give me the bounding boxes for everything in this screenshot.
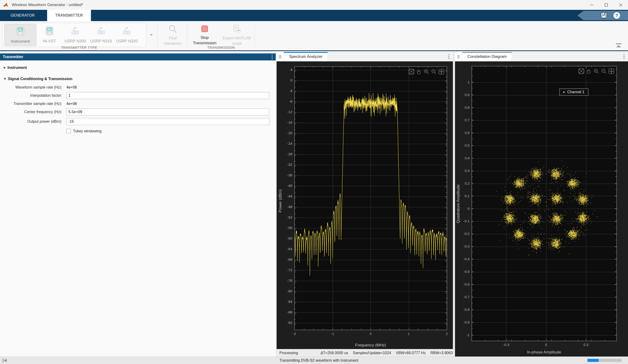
- value-waveform-sample-rate-hz: 4e+06: [66, 85, 77, 89]
- transmitter-type-label: USRP N320: [116, 39, 138, 44]
- input-center-frequency-hz[interactable]: [66, 109, 269, 116]
- tab-spectrum-analyzer[interactable]: Spectrum Analyzer: [284, 52, 328, 61]
- panel-drag-handle-icon[interactable]: [455, 52, 462, 61]
- field-label: Transmitter sample rate (Hz):: [0, 102, 62, 106]
- zoom-in-icon[interactable]: [593, 68, 599, 74]
- input-output-power-dbm[interactable]: [66, 118, 269, 125]
- export-matlab-script-button: Export MATLAB script: [222, 23, 252, 47]
- fit-to-view-icon[interactable]: [408, 68, 414, 75]
- tukey-windowing-checkbox-row: Tukey windowing: [66, 129, 276, 133]
- usrp-icon: [121, 26, 132, 38]
- transmitter-type-group-label: TRANSMITTER TYPE: [3, 46, 155, 50]
- panel-divider[interactable]: [453, 52, 455, 357]
- window-title: Wireless Waveform Generator - untitled*: [12, 2, 83, 7]
- legend-label-channel1: Channel 1: [567, 90, 584, 94]
- spectrum-ylabel: Power (dBm): [278, 66, 283, 335]
- constellation-panel: Constellation Diagram Quadrature Amplitu…: [455, 52, 628, 357]
- minimize-button[interactable]: [584, 0, 599, 10]
- transmitter-type-label: NI-VST: [43, 39, 56, 44]
- panel-drag-handle-icon[interactable]: [277, 52, 284, 61]
- usrp-icon: [70, 26, 81, 38]
- transmitter-type-usrp-n300[interactable]: USRP N300: [63, 24, 88, 46]
- ribbon-toolbar: Instrument NI-VST USRP N300 USRP N310 US…: [0, 21, 628, 51]
- field-row-waveform-sample-rate-hz: Waveform sample rate (Hz):4e+06: [0, 85, 276, 89]
- legend: Channel 1: [559, 89, 588, 96]
- spectrum-tabbar: Spectrum Analyzer: [277, 52, 453, 61]
- app-window: Wireless Waveform Generator - untitled* …: [0, 0, 628, 364]
- ribbon-tab-generator[interactable]: GENERATOR: [4, 10, 41, 21]
- quick-access-toolbar: ?: [577, 11, 628, 20]
- field-row-output-power-dbm: Output power (dBm):: [0, 118, 276, 125]
- ribbon-tab-transmitter[interactable]: TRANSMITTER: [47, 10, 91, 21]
- window-controls: [584, 0, 628, 10]
- close-button[interactable]: [614, 0, 628, 10]
- spectrum-plot[interactable]: Power (dBm) Frequency (MHz): [277, 61, 453, 350]
- gallery-dropdown-button[interactable]: [148, 23, 155, 47]
- usrp-icon: [96, 26, 106, 38]
- constellation-tabbar: Constellation Diagram: [455, 52, 628, 61]
- progress-bar: [587, 359, 622, 362]
- input-interpolation-factor[interactable]: [66, 92, 269, 99]
- processing-metric: RBW=3.9063: [430, 351, 453, 355]
- stop-transmission-label: Stop Transmission: [191, 35, 219, 46]
- matlab-logo-icon: [3, 2, 9, 8]
- field-row-transmitter-sample-rate-hz: Transmitter sample rate (Hz):4e+06: [0, 102, 276, 106]
- collapse-left-icon[interactable]: [2, 358, 8, 363]
- spectrum-analyzer-panel: Spectrum Analyzer Power (dBm) Frequency …: [277, 52, 453, 357]
- find-hardware-label: Find Hardware: [163, 35, 183, 46]
- expand-axes-icon[interactable]: [438, 68, 444, 75]
- section-instrument[interactable]: Instrument: [0, 64, 276, 72]
- transmitter-panel-body: InstrumentSignal Conditioning & Transmis…: [0, 61, 276, 357]
- zoom-in-icon[interactable]: [423, 68, 429, 75]
- spectrum-xlabel: Frequency (MHz): [355, 343, 386, 348]
- processing-metric: Samples/Update=1024: [353, 351, 391, 355]
- field-row-interpolation-factor: Interpolation factor:: [0, 92, 276, 99]
- constellation-xlabel: In-phase Amplitude: [527, 350, 561, 355]
- export-matlab-script-label: Export MATLAB script: [222, 35, 251, 46]
- status-message: Transmitting DVB-S2 waveform with Instru…: [279, 357, 358, 364]
- ribbon-separator: [187, 22, 187, 47]
- processing-metric: ΔT=256.0000 us: [320, 351, 348, 355]
- spectrum-tab-label: Spectrum Analyzer: [289, 54, 322, 59]
- main-content: Transmitter InstrumentSignal Conditionin…: [0, 51, 628, 357]
- section-signal-conditioning-transmission[interactable]: Signal Conditioning & Transmission: [0, 75, 276, 83]
- tukey-windowing-checkbox[interactable]: [66, 129, 71, 133]
- search-icon: [168, 24, 178, 34]
- constellation-plot-toolbar: [578, 68, 614, 74]
- titlebar: Wireless Waveform Generator - untitled*: [0, 0, 628, 10]
- save-icon[interactable]: [600, 12, 607, 19]
- vst-icon: [44, 26, 55, 38]
- field-label: Output power (dBm):: [0, 120, 62, 124]
- pan-hand-icon[interactable]: [586, 68, 592, 74]
- kebab-menu-icon[interactable]: [271, 54, 273, 60]
- kebab-menu-icon: [623, 54, 625, 60]
- collapse-ribbon-icon: [614, 43, 623, 48]
- fit-to-view-icon[interactable]: [578, 68, 584, 74]
- ribbon-collapse-button[interactable]: [614, 43, 623, 48]
- pan-hand-icon[interactable]: [416, 68, 422, 75]
- zoom-out-icon[interactable]: [431, 68, 437, 75]
- constellation-panel-menu[interactable]: [620, 52, 628, 61]
- constellation-tab-label: Constellation Diagram: [468, 54, 507, 59]
- section-label: Signal Conditioning & Transmission: [8, 77, 73, 81]
- transmitter-type-usrp-n320[interactable]: USRP N320: [114, 24, 140, 46]
- help-icon[interactable]: ?: [614, 12, 620, 19]
- spectrum-plot-toolbar: [408, 68, 444, 75]
- constellation-ylabel: Quadrature Amplitude: [456, 66, 461, 342]
- transmitter-type-ni-vst[interactable]: NI-VST: [37, 24, 62, 46]
- tukey-windowing-label: Tukey windowing: [73, 129, 101, 133]
- zoom-out-icon[interactable]: [601, 68, 607, 74]
- field-label: Center frequency (Hz):: [0, 110, 62, 114]
- transmitter-type-label: USRP N300: [65, 39, 86, 44]
- maximize-button[interactable]: [599, 0, 614, 10]
- transmitter-type-usrp-n310[interactable]: USRP N310: [88, 24, 114, 46]
- spectrum-panel-menu[interactable]: [445, 52, 453, 61]
- stop-transmission-button[interactable]: Stop Transmission: [190, 23, 219, 47]
- spectrum-status-bar: Processing ΔT=256.0000 usSamples/Update=…: [277, 349, 453, 357]
- export-script-icon: [232, 24, 242, 34]
- constellation-plot[interactable]: Quadrature Amplitude In-phase Amplitude …: [455, 61, 628, 357]
- transmitter-type-gallery: Instrument NI-VST USRP N300 USRP N310 US…: [3, 23, 146, 47]
- tab-constellation-diagram[interactable]: Constellation Diagram: [462, 52, 512, 61]
- expand-axes-icon[interactable]: [608, 68, 614, 74]
- transmitter-type-instrument[interactable]: Instrument: [4, 24, 36, 46]
